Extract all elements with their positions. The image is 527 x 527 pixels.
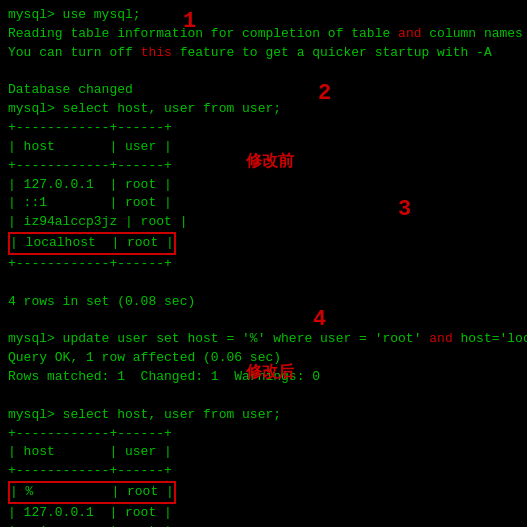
line-4 — [8, 63, 519, 82]
terminal: 1 mysql> use mysql; Reading table inform… — [8, 6, 519, 527]
line-14: +------------+------+ — [8, 255, 519, 274]
line-12: | iz94alccp3jz | root | — [8, 213, 519, 232]
annotation-3: 3 — [398, 194, 411, 226]
annotation-1: 1 — [183, 6, 196, 38]
line-10: | 127.0.0.1 | root | — [8, 176, 519, 195]
line-22: mysql> select host, user from user; — [8, 406, 519, 425]
line-17 — [8, 312, 519, 331]
label-before: 修改前 — [246, 151, 294, 174]
line-21 — [8, 387, 519, 406]
line-28: | ::1 | root | — [8, 523, 519, 527]
line-26: | % | root | — [8, 481, 519, 504]
line-16: 4 rows in set (0.08 sec) — [8, 293, 519, 312]
line-15 — [8, 274, 519, 293]
line-7: +------------+------+ — [8, 119, 519, 138]
line-2: Reading table information for completion… — [8, 25, 519, 44]
line-23: +------------+------+ — [8, 425, 519, 444]
line-18: mysql> update user set host = '%' where … — [8, 330, 519, 349]
line-3: You can turn off this feature to get a q… — [8, 44, 519, 63]
line-24: | host | user | — [8, 443, 519, 462]
label-after: 修改后 — [246, 362, 294, 385]
annotation-2: 2 — [318, 78, 331, 110]
line-5: Database changed — [8, 81, 519, 100]
line-11: | ::1 | root | — [8, 194, 519, 213]
line-6: mysql> select host, user from user; — [8, 100, 519, 119]
prompt-1: mysql> use mysql; — [8, 7, 141, 22]
line-25: +------------+------+ — [8, 462, 519, 481]
line-1: mysql> use mysql; — [8, 6, 519, 25]
annotation-4: 4 — [313, 304, 326, 336]
line-13: | localhost | root | — [8, 232, 519, 255]
line-27: | 127.0.0.1 | root | — [8, 504, 519, 523]
